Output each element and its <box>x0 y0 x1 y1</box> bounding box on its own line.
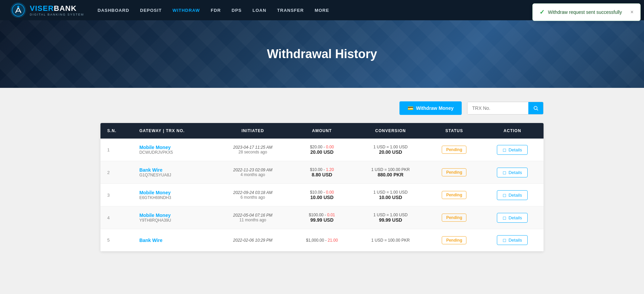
row-sn: 2 <box>100 161 133 184</box>
logo-area: VISERBANK DIGITAL BANKING SYSTEM <box>10 2 84 18</box>
trx-search-button[interactable] <box>528 102 543 114</box>
trx-id: Y9TH8RQHA39U <box>139 218 209 223</box>
initiated-date: 2022-11-23 02:09 AM <box>222 168 283 172</box>
trx-search <box>467 102 544 115</box>
initiated-ago: 4 months ago <box>222 172 283 177</box>
amount-fee: 0.00 <box>326 145 334 149</box>
wallet-icon: 💳 <box>408 105 413 111</box>
svg-line-4 <box>537 109 538 111</box>
amount-net: 99.99 USD <box>297 217 347 223</box>
nav-link-loan[interactable]: LOAN <box>253 8 267 13</box>
amount-fee: 0.00 <box>326 190 334 195</box>
gateway-name[interactable]: Mobile Money <box>139 145 209 150</box>
toast-message: Withdraw request sent successfully <box>548 9 627 15</box>
row-action: ◻Details <box>481 206 544 229</box>
row-action: ◻Details <box>481 184 544 206</box>
actions-row: 💳 Withdraw Money <box>100 101 544 115</box>
status-badge: Pending <box>442 214 466 222</box>
details-icon: ◻ <box>503 170 506 175</box>
row-initiated: 2023-04-17 11:25 AM28 seconds ago <box>215 139 290 161</box>
amount-fee: 1.20 <box>326 167 334 172</box>
gateway-name[interactable]: Mobile Money <box>139 190 209 195</box>
details-icon: ◻ <box>503 238 506 243</box>
table-row: 3Mobile MoneyE6GTKH69NDH32022-09-24 03:1… <box>100 184 544 206</box>
conversion-amount: 20.00 USD <box>361 149 420 155</box>
amount-raw: $20.00 - 0.00 <box>297 145 347 149</box>
nav-link-dashboard[interactable]: DASHBOARD <box>98 8 130 13</box>
nav-links: DASHBOARDDEPOSITWITHDRAWFDRDPSLOANTRANSF… <box>98 8 585 13</box>
amount-fee: 0.01 <box>327 213 335 217</box>
row-status: Pending <box>427 206 481 229</box>
row-gateway: Bank Wire <box>133 229 215 251</box>
toast-notification: ✓ Withdraw request sent successfully × <box>532 3 641 21</box>
withdraw-money-button[interactable]: 💳 Withdraw Money <box>399 101 462 115</box>
gateway-name[interactable]: Bank Wire <box>139 238 209 243</box>
initiated-ago: 11 months ago <box>222 218 283 222</box>
page-title: Withdrawal History <box>267 47 377 61</box>
details-button[interactable]: ◻Details <box>497 168 528 177</box>
withdrawal-table-container: S.N.GATEWAY | TRX NO.INITIATEDAMOUNTCONV… <box>100 123 544 251</box>
status-badge: Pending <box>442 168 466 176</box>
search-icon <box>533 105 538 111</box>
table-row: 2Bank WireG1Q7NESYUA8J2022-11-23 02:09 A… <box>100 161 544 184</box>
svg-point-0 <box>11 3 26 18</box>
status-badge: Pending <box>442 191 466 199</box>
col-header-initiated: INITIATED <box>215 123 290 139</box>
details-button[interactable]: ◻Details <box>497 213 528 223</box>
amount-raw: $1,000.00 - 21.00 <box>297 238 347 243</box>
nav-link-fdr[interactable]: FDR <box>211 8 221 13</box>
table-header: S.N.GATEWAY | TRX NO.INITIATEDAMOUNTCONV… <box>100 123 544 139</box>
nav-link-more[interactable]: MORE <box>315 8 329 13</box>
row-action: ◻Details <box>481 139 544 161</box>
table-row: 5Bank Wire2022-02-06 10:29 PM$1,000.00 -… <box>100 229 544 251</box>
svg-point-3 <box>534 106 537 109</box>
amount-raw: $10.00 - 1.20 <box>297 167 347 172</box>
gateway-name[interactable]: Bank Wire <box>139 167 209 173</box>
details-button[interactable]: ◻Details <box>497 145 528 155</box>
amount-raw: $100.00 - 0.01 <box>297 213 347 217</box>
row-conversion: 1 USD = 1.00 USD99.99 USD <box>354 206 427 229</box>
logo-brand: VISERBANK <box>30 4 84 13</box>
row-amount: $20.00 - 0.0020.00 USD <box>290 139 354 161</box>
details-icon: ◻ <box>503 193 506 198</box>
conversion-rate: 1 USD = 100.00 PKR <box>361 238 420 243</box>
details-button[interactable]: ◻Details <box>497 235 528 245</box>
row-status: Pending <box>427 184 481 206</box>
row-conversion: 1 USD = 1.00 USD20.00 USD <box>354 139 427 161</box>
nav-link-transfer[interactable]: TRANSFER <box>277 8 304 13</box>
initiated-ago: 6 months ago <box>222 195 283 200</box>
table-row: 1Mobile MoneyDCWUDRJVPKX52023-04-17 11:2… <box>100 139 544 161</box>
row-conversion: 1 USD = 100.00 PKR880.00 PKR <box>354 161 427 184</box>
details-icon: ◻ <box>503 215 506 220</box>
toast-check-icon: ✓ <box>539 8 545 16</box>
nav-link-dps[interactable]: DPS <box>232 8 242 13</box>
conversion-amount: 880.00 PKR <box>361 172 420 177</box>
row-gateway: Mobile MoneyE6GTKH69NDH3 <box>133 184 215 206</box>
gateway-name[interactable]: Mobile Money <box>139 213 209 218</box>
initiated-ago: 28 seconds ago <box>222 150 283 154</box>
details-icon: ◻ <box>503 147 506 152</box>
row-amount: $100.00 - 0.0199.99 USD <box>290 206 354 229</box>
toast-close-button[interactable]: × <box>630 9 634 15</box>
row-amount: $1,000.00 - 21.00 <box>290 229 354 251</box>
table-row: 4Mobile MoneyY9TH8RQHA39U2022-05-04 07:1… <box>100 206 544 229</box>
nav-link-withdraw[interactable]: WITHDRAW <box>172 8 200 13</box>
amount-net: 10.00 USD <box>297 195 347 200</box>
conversion-rate: 1 USD = 1.00 USD <box>361 213 420 217</box>
details-button[interactable]: ◻Details <box>497 190 528 200</box>
initiated-date: 2022-05-04 07:16 PM <box>222 213 283 218</box>
conversion-rate: 1 USD = 100.00 PKR <box>361 167 420 172</box>
row-initiated: 2022-09-24 03:18 AM6 months ago <box>215 184 290 206</box>
col-header-action: ACTION <box>481 123 544 139</box>
row-initiated: 2022-11-23 02:09 AM4 months ago <box>215 161 290 184</box>
row-status: Pending <box>427 161 481 184</box>
col-header-amount: AMOUNT <box>290 123 354 139</box>
nav-link-deposit[interactable]: DEPOSIT <box>140 8 162 13</box>
row-conversion: 1 USD = 1.00 USD10.00 USD <box>354 184 427 206</box>
amount-net: 8.80 USD <box>297 172 347 177</box>
row-gateway: Mobile MoneyY9TH8RQHA39U <box>133 206 215 229</box>
row-sn: 4 <box>100 206 133 229</box>
row-sn: 1 <box>100 139 133 161</box>
trx-search-input[interactable] <box>467 102 528 114</box>
col-header-gateway---trx-no-: GATEWAY | TRX NO. <box>133 123 215 139</box>
